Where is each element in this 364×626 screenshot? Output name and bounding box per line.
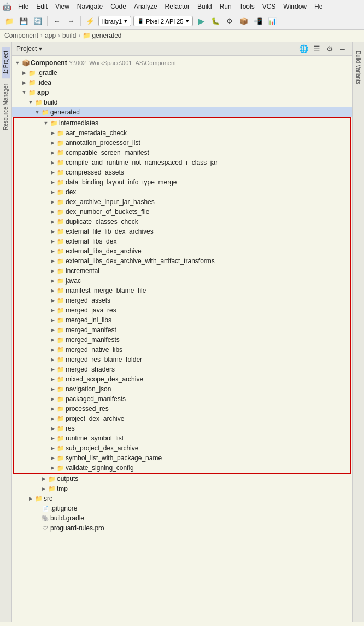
tree-node-root[interactable]: ▼ 📦 Component Y:\002_WorkSpace\001_AS\Co… [12,58,352,68]
toggle-processed-res[interactable]: ▶ [49,405,56,412]
tree-node-dex-buckets[interactable]: ▶ 📁 dex_number_of_buckets_file [14,207,350,217]
toggle-manifest-blame[interactable]: ▶ [49,287,56,294]
tree-node-ext-file[interactable]: ▶ 📁 external_file_lib_dex_archives [14,227,350,236]
tree-view[interactable]: ▼ 📦 Component Y:\002_WorkSpace\001_AS\Co… [12,56,352,622]
toggle-generated[interactable]: ▼ [34,109,40,115]
toggle-build[interactable]: ▼ [27,99,34,106]
toggle-merged-manifest[interactable]: ▶ [49,327,56,333]
menu-code[interactable]: Code [107,2,130,11]
tree-node-duplicate[interactable]: ▶ 📁 duplicate_classes_check [14,217,350,227]
settings-btn[interactable]: ⚙ [224,15,236,27]
toolbar-sync-btn[interactable]: 🔄 [32,15,44,27]
tree-node-mixed-scope[interactable]: ▶ 📁 mixed_scope_dex_archive [14,374,350,384]
tab-resource-manager[interactable]: Resource Manager [2,79,10,135]
tree-node-aar-metadata[interactable]: ▶ 📁 aar_metadata_check [14,128,350,138]
toggle-ext-libs-archive[interactable]: ▶ [49,248,56,254]
tree-node-javac[interactable]: ▶ 📁 javac [14,276,350,286]
tree-node-build[interactable]: ▼ 📁 build [12,97,352,107]
tree-node-gradle-dir[interactable]: ▶ 📁 .gradle [12,68,352,78]
toggle-ext-file[interactable]: ▶ [49,228,56,235]
tree-node-ext-libs-archive[interactable]: ▶ 📁 external_libs_dex_archive [14,246,350,256]
tree-node-merged-jni[interactable]: ▶ 📁 merged_jni_libs [14,315,350,325]
tree-node-tmp[interactable]: ▶ 📁 tmp [12,484,352,494]
toggle-dex-buckets[interactable]: ▶ [49,208,56,215]
tree-node-packaged[interactable]: ▶ 📁 packaged_manifests [14,394,350,404]
tree-node-symbol-list[interactable]: ▶ 📁 symbol_list_with_package_name [14,453,350,463]
menu-file[interactable]: File [15,2,32,11]
menu-window[interactable]: Window [280,2,310,11]
toggle-compile-runtime[interactable]: ▶ [49,159,56,166]
tree-node-compile-runtime[interactable]: ▶ 📁 compile_and_runtime_not_namespaced_r… [14,158,350,167]
tree-node-merged-shaders[interactable]: ▶ 📁 merged_shaders [14,364,350,374]
toggle-project-dex[interactable]: ▶ [49,415,56,422]
tree-node-generated[interactable]: ▼ 📁 generated [12,107,352,117]
toggle-databinding[interactable]: ▶ [49,179,56,186]
tree-node-idea[interactable]: ▶ 📁 .idea [12,78,352,88]
tree-node-incremental[interactable]: ▶ 📁 incremental [14,266,350,276]
toggle-src[interactable]: ▶ [27,495,34,502]
breadcrumb-app[interactable]: app [45,32,56,39]
toggle-idea[interactable]: ▶ [21,79,27,86]
device-selector[interactable]: library1 ▾ [98,16,131,26]
tree-node-merged-res-blame[interactable]: ▶ 📁 merged_res_blame_folder [14,355,350,364]
tree-node-validate[interactable]: ▶ 📁 validate_signing_config [14,463,350,473]
tree-node-sub-project[interactable]: ▶ 📁 sub_project_dex_archive [14,443,350,453]
menu-view[interactable]: View [52,2,73,11]
toggle-merged-native[interactable]: ▶ [49,346,56,353]
tree-node-project-dex[interactable]: ▶ 📁 project_dex_archive [14,414,350,424]
tree-node-merged-native[interactable]: ▶ 📁 merged_native_libs [14,345,350,355]
breadcrumb-build[interactable]: build [62,32,76,39]
toggle-mixed-scope[interactable]: ▶ [49,376,56,382]
tree-node-src[interactable]: ▶ 📁 src [12,494,352,503]
menu-refactor[interactable]: Refactor [162,2,193,11]
api-selector[interactable]: 📱 Pixel 2 API 25 ▾ [133,16,193,26]
panel-layout-btn[interactable]: ☰ [312,44,321,53]
toggle-merged-assets[interactable]: ▶ [49,297,56,304]
toolbar-save-btn[interactable]: 💾 [17,15,30,27]
menu-edit[interactable]: Edit [33,2,51,11]
breadcrumb-generated[interactable]: 📁generated [83,32,121,39]
toggle-duplicate[interactable]: ▶ [49,218,56,225]
toggle-packaged[interactable]: ▶ [49,396,56,402]
tree-node-gitignore[interactable]: ▶ 📄 .gitignore [12,503,352,513]
toggle-compat-screen[interactable]: ▶ [49,149,56,156]
tree-node-outputs[interactable]: ▶ 📁 outputs [12,474,352,484]
tree-node-annotation[interactable]: ▶ 📁 annotation_processor_list [14,138,350,148]
tree-node-ext-libs-dex[interactable]: ▶ 📁 external_libs_dex [14,236,350,246]
tree-node-dex[interactable]: ▶ 📁 dex [14,187,350,197]
panel-settings-btn[interactable]: ⚙ [325,44,334,53]
menu-vcs[interactable]: VCS [259,2,279,11]
toggle-app[interactable]: ▼ [21,89,27,96]
tree-node-compat-screen[interactable]: ▶ 📁 compatible_screen_manifest [14,148,350,158]
sdk-manager-btn[interactable]: 📦 [238,15,250,27]
toggle-dex-archive[interactable]: ▶ [49,199,56,205]
toggle-nav-json[interactable]: ▶ [49,386,56,392]
tree-node-intermediates[interactable]: ▼ 📁 intermediates [14,118,350,128]
tree-node-proguard[interactable]: ▶ 🛡 proguard-rules.pro [12,523,352,533]
tree-node-res[interactable]: ▶ 📁 res [14,424,350,433]
menu-tools[interactable]: Tools [236,2,258,11]
toggle-merged-manifests[interactable]: ▶ [49,337,56,343]
tree-node-app[interactable]: ▼ 📁 app [12,88,352,97]
tab-project[interactable]: 1: Project [2,47,10,78]
tree-node-processed-res[interactable]: ▶ 📁 processed_res [14,404,350,414]
toolbar-back-btn[interactable]: ← [51,15,63,27]
tree-node-manifest-blame[interactable]: ▶ 📁 manifest_merge_blame_file [14,286,350,295]
toggle-runtime-symbol[interactable]: ▶ [49,435,56,442]
toggle-sub-project[interactable]: ▶ [49,445,56,451]
tree-node-merged-assets[interactable]: ▶ 📁 merged_assets [14,295,350,305]
toggle-merged-jni[interactable]: ▶ [49,317,56,323]
tree-node-runtime-symbol[interactable]: ▶ 📁 runtime_symbol_list [14,433,350,443]
menu-run[interactable]: Run [216,2,235,11]
toggle-ext-libs-dex[interactable]: ▶ [49,238,56,245]
toggle-merged-java[interactable]: ▶ [49,307,56,314]
toggle-validate[interactable]: ▶ [49,465,56,471]
menu-build[interactable]: Build [194,2,215,11]
tree-node-merged-java[interactable]: ▶ 📁 merged_java_res [14,305,350,315]
debug-button[interactable]: 🐛 [209,15,221,27]
toggle-javac[interactable]: ▶ [49,277,56,284]
panel-title-dropdown[interactable]: ▾ [39,45,42,53]
toggle-outputs[interactable]: ▶ [40,476,47,482]
toggle-compressed[interactable]: ▶ [49,169,56,176]
menu-analyze[interactable]: Analyze [131,2,161,11]
